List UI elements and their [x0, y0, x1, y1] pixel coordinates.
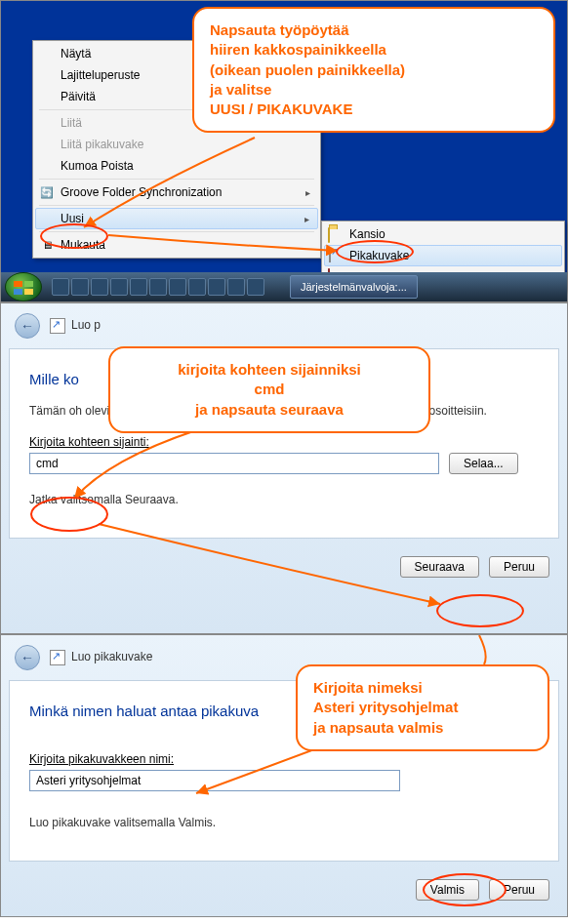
callout-text: Napsauta työpöytää hiiren kakkospainikke… — [210, 21, 405, 117]
ql-icon[interactable] — [247, 278, 264, 296]
callout-text: Kirjoita nimeksi Asteri yritysohjelmat j… — [313, 679, 458, 736]
wizard-title: Luo pikakuvake — [50, 650, 152, 665]
cancel-button[interactable]: Peruu — [489, 879, 549, 901]
next-button[interactable]: Seuraava — [400, 556, 479, 578]
ql-icon[interactable] — [149, 278, 167, 296]
desktop-contextmenu-screenshot: Napsauta työpöytää hiiren kakkospainikke… — [0, 0, 568, 302]
personalize-icon: 🖥 — [39, 237, 55, 253]
finish-hint: Luo pikakuvake valitsemalla Valmis. — [29, 815, 539, 831]
callout-text: kirjoita kohteen sijainniksi cmd ja naps… — [178, 361, 361, 418]
submenu-folder[interactable]: Kansio — [324, 223, 562, 245]
menu-separator — [39, 205, 314, 206]
start-button[interactable] — [5, 272, 42, 301]
ql-icon[interactable] — [71, 278, 89, 296]
ql-icon[interactable] — [188, 278, 206, 296]
continue-hint: Jatka valitsemalla Seuraava. — [29, 492, 539, 508]
menu-paste-shortcut: Liitä pikakuvake — [35, 134, 318, 155]
name-label: Kirjoita pikakuvakkeen nimi: — [29, 752, 539, 766]
wizard-header: ← Luo p — [1, 303, 567, 348]
menu-personalize[interactable]: 🖥Mukauta — [35, 234, 318, 256]
location-row: Selaa... — [29, 453, 539, 474]
shortcut-wizard-icon — [50, 318, 65, 334]
location-label: Kirjoita kohteen sijainti: — [29, 435, 539, 449]
wizard-footer: Valmis Peruu — [1, 869, 567, 904]
menu-separator — [39, 231, 314, 232]
wizard-title: Luo p — [50, 318, 101, 334]
menu-new[interactable]: Uusi — [35, 208, 318, 229]
taskbar-task-button[interactable]: Järjestelmänvalvoja:... — [290, 275, 418, 299]
ql-icon[interactable] — [208, 278, 225, 296]
ql-icon[interactable] — [130, 278, 147, 296]
ql-icon[interactable] — [52, 278, 69, 296]
instruction-callout-1: Napsauta työpöytää hiiren kakkospainikke… — [192, 7, 555, 133]
highlight-ring-next — [436, 594, 524, 627]
shortcut-icon — [329, 248, 345, 263]
ql-icon[interactable] — [169, 278, 186, 296]
wizard-step2-screenshot: ← Luo pikakuvake Kirjoita nimeksi Asteri… — [0, 634, 568, 917]
cancel-button[interactable]: Peruu — [489, 556, 549, 578]
groove-icon: 🔄 — [39, 184, 55, 200]
name-input[interactable] — [29, 770, 400, 791]
ql-icon[interactable] — [110, 278, 128, 296]
menu-undo[interactable]: Kumoa Poista — [35, 155, 318, 177]
wizard-footer: Seuraava Peruu — [1, 546, 567, 582]
submenu-shortcut[interactable]: Pikakuvake — [324, 245, 562, 266]
shortcut-wizard-icon — [50, 650, 65, 665]
location-input[interactable] — [29, 453, 439, 474]
browse-button[interactable]: Selaa... — [449, 453, 518, 474]
instruction-callout-2: kirjoita kohteen sijainniksi cmd ja naps… — [108, 346, 430, 433]
wizard-step1-screenshot: ← Luo p kirjoita kohteen sijainniksi cmd… — [0, 302, 568, 634]
taskbar: Järjestelmänvalvoja:... — [1, 272, 567, 301]
ql-icon[interactable] — [91, 278, 108, 296]
finish-button[interactable]: Valmis — [416, 879, 479, 901]
back-button[interactable]: ← — [15, 313, 40, 339]
quicklaunch-icons — [46, 278, 270, 296]
back-button[interactable]: ← — [15, 645, 40, 670]
menu-separator — [39, 179, 314, 180]
menu-groove[interactable]: 🔄Groove Folder Synchronization — [35, 181, 318, 203]
folder-icon — [328, 226, 344, 242]
ql-icon[interactable] — [227, 278, 245, 296]
instruction-callout-3: Kirjoita nimeksi Asteri yritysohjelmat j… — [296, 664, 549, 751]
